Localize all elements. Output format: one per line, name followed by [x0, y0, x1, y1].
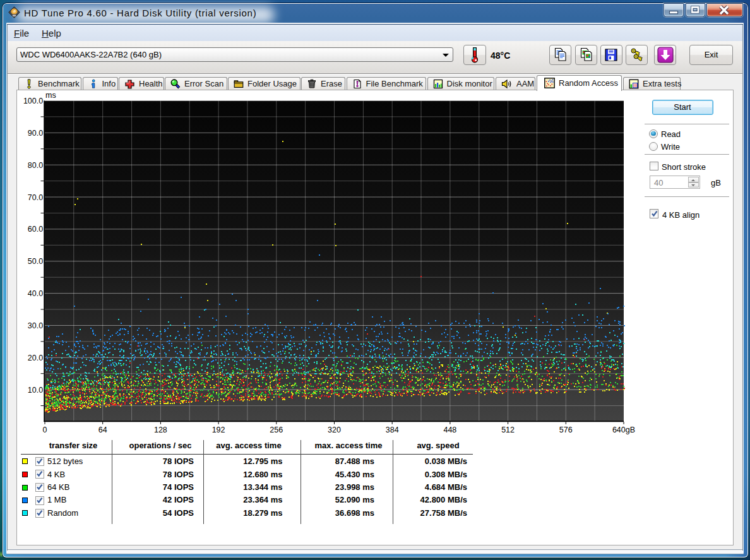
svg-text:128: 128	[154, 426, 167, 434]
svg-text:192: 192	[212, 426, 225, 434]
svg-text:10.0: 10.0	[28, 386, 43, 395]
svg-text:70.0: 70.0	[28, 193, 43, 202]
svg-text:448: 448	[443, 426, 456, 434]
svg-text:512: 512	[501, 426, 515, 434]
svg-text:384: 384	[386, 426, 399, 434]
svg-text:90.0: 90.0	[28, 129, 43, 138]
svg-text:0: 0	[43, 426, 47, 434]
svg-text:40.0: 40.0	[28, 289, 43, 298]
svg-text:80.0: 80.0	[28, 161, 43, 170]
svg-text:ms: ms	[45, 91, 56, 100]
svg-text:256: 256	[270, 426, 283, 434]
svg-text:320: 320	[328, 426, 341, 434]
svg-text:30.0: 30.0	[28, 321, 43, 330]
svg-text:576: 576	[559, 426, 573, 434]
svg-text:640gB: 640gB	[612, 426, 635, 434]
svg-text:20.0: 20.0	[28, 354, 43, 362]
svg-text:100.0: 100.0	[23, 97, 43, 105]
svg-text:50.0: 50.0	[28, 257, 43, 266]
svg-text:64: 64	[98, 426, 107, 434]
svg-text:60.0: 60.0	[28, 225, 43, 234]
